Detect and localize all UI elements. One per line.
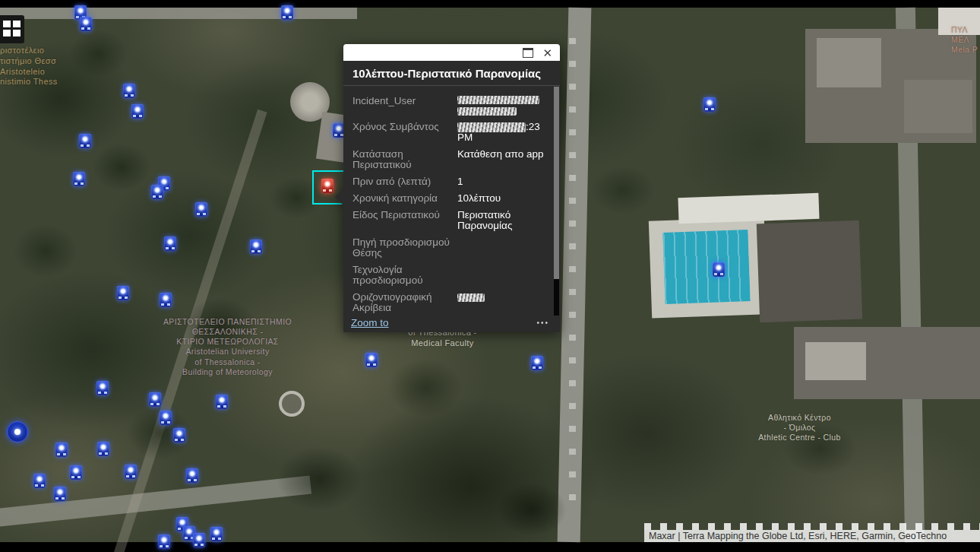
incident-marker[interactable]	[164, 236, 176, 251]
incident-marker[interactable]	[117, 286, 129, 300]
incident-marker[interactable]	[210, 527, 223, 541]
field-label: Οριζοντιογραφική Ακρίβεια	[352, 292, 457, 313]
redacted-value	[457, 107, 517, 116]
field-value: Περιστατικό Παρανομίας	[457, 210, 548, 231]
incident-marker[interactable]	[96, 381, 109, 395]
incident-marker[interactable]	[55, 443, 68, 457]
incident-popup: ✕ 10λέπτου-Περιστατικό Παρανομίας Incide…	[343, 44, 560, 332]
map-attribution: Maxar | Terra Mapping the Globe Ltd, Esr…	[644, 530, 980, 542]
field-row: Κατάσταση ΠεριστατικούΚατάθεση απο app	[352, 149, 548, 170]
incident-marker[interactable]	[125, 465, 137, 479]
field-row: Χρονική κατηγορία10λέπτου	[352, 193, 548, 204]
apps-grid-button[interactable]	[0, 15, 24, 43]
field-row: Τεχνολογία προσδιορισμού	[352, 265, 548, 286]
field-label: Κατάσταση Περιστατικού	[352, 149, 457, 170]
field-value: 1	[457, 176, 463, 187]
incident-marker[interactable]	[216, 395, 228, 409]
popup-body: 10λέπτου-Περιστατικό Παρανομίας Incident…	[343, 61, 560, 332]
incident-marker[interactable]	[195, 202, 207, 217]
incident-marker[interactable]	[79, 134, 91, 148]
incident-marker[interactable]	[365, 353, 378, 367]
dock-icon[interactable]	[523, 48, 533, 58]
field-row: Είδος ΠεριστατικούΠεριστατικό Παρανομίας	[352, 210, 548, 231]
incident-marker[interactable]	[173, 428, 185, 443]
scrollbar-thumb[interactable]	[554, 87, 559, 279]
redacted-value	[457, 96, 539, 104]
field-row: Incident_User	[352, 96, 548, 116]
incident-marker[interactable]	[281, 5, 293, 20]
popup-fields: Incident_UserΧρόνος Συμβάντος:23 PMΚατάσ…	[343, 91, 552, 316]
zoom-to-link[interactable]: Zoom to	[351, 317, 389, 328]
field-label: Incident_User	[352, 96, 457, 116]
close-icon[interactable]: ✕	[542, 47, 552, 59]
field-value	[457, 292, 485, 313]
incident-marker[interactable]	[149, 392, 161, 407]
more-options-button[interactable]: •••	[536, 319, 549, 327]
incident-marker[interactable]	[160, 411, 172, 425]
incident-marker[interactable]	[123, 84, 135, 98]
field-label: Χρονική κατηγορία	[352, 193, 457, 204]
incident-marker[interactable]	[186, 468, 198, 483]
field-label: Χρόνος Συμβάντος	[352, 122, 457, 143]
map-label-meteorology-building: ΑΡΙΣΤΟΤΕΛΕΙΟ ΠΑΝΕΠΙΣΤΗΜΙΟΘΕΣΣΑΛΟΝΙΚΗΣ -Κ…	[161, 317, 294, 377]
incident-marker[interactable]	[151, 185, 163, 199]
incident-marker[interactable]	[73, 172, 85, 186]
field-value: Κατάθεση απο app	[457, 149, 543, 170]
field-row: Πηγή προσδιορισμού Θέσης	[352, 237, 548, 259]
incident-marker[interactable]	[160, 293, 172, 307]
field-value: :23 PM	[457, 122, 548, 143]
field-value	[457, 96, 539, 116]
field-row: Χρόνος Συμβάντος:23 PM	[352, 122, 548, 143]
map-label-athletic-centre: Αθλητικό Κέντρο- ΌμιλοςAthletic Centre -…	[748, 413, 851, 443]
redacted-value	[457, 122, 526, 132]
incident-marker[interactable]	[703, 97, 716, 112]
incident-marker-large[interactable]	[7, 421, 28, 443]
incident-marker[interactable]	[131, 104, 144, 119]
redacted-value	[457, 293, 485, 302]
field-label: Τεχνολογία προσδιορισμού	[352, 265, 457, 286]
field-row: Οριζοντιογραφική Ακρίβεια	[352, 292, 548, 313]
incident-marker[interactable]	[97, 442, 109, 456]
popup-titlebar: ✕	[343, 44, 560, 61]
incident-marker[interactable]	[193, 533, 205, 547]
incident-marker[interactable]	[250, 240, 262, 254]
incident-marker[interactable]	[158, 535, 170, 549]
incident-marker[interactable]	[33, 474, 46, 488]
grid-icon	[3, 21, 21, 36]
field-value: 10λέπτου	[457, 193, 501, 204]
map-label-campus-top-left: ριστοτέλειοτιστήμιο ΘεσσAristoteleionist…	[0, 46, 76, 87]
incident-marker[interactable]	[70, 465, 82, 480]
incident-marker[interactable]	[713, 262, 725, 277]
incident-marker[interactable]	[531, 356, 543, 370]
map-label-top-right: ΠΥΛΜΕΛMela P	[951, 25, 980, 55]
field-row: Πριν από (λεπτά)1	[352, 176, 548, 187]
field-label: Πριν από (λεπτά)	[352, 176, 457, 187]
popup-pointer	[335, 189, 343, 205]
popup-footer: Zoom to •••	[343, 316, 560, 332]
popup-scrollbar[interactable]	[554, 87, 559, 316]
incident-marker[interactable]	[80, 17, 92, 31]
field-label: Είδος Περιστατικού	[352, 210, 457, 231]
incident-marker[interactable]	[54, 487, 66, 501]
field-label: Πηγή προσδιορισμού Θέσης	[352, 237, 457, 259]
popup-title: 10λέπτου-Περιστατικό Παρανομίας	[343, 61, 560, 86]
